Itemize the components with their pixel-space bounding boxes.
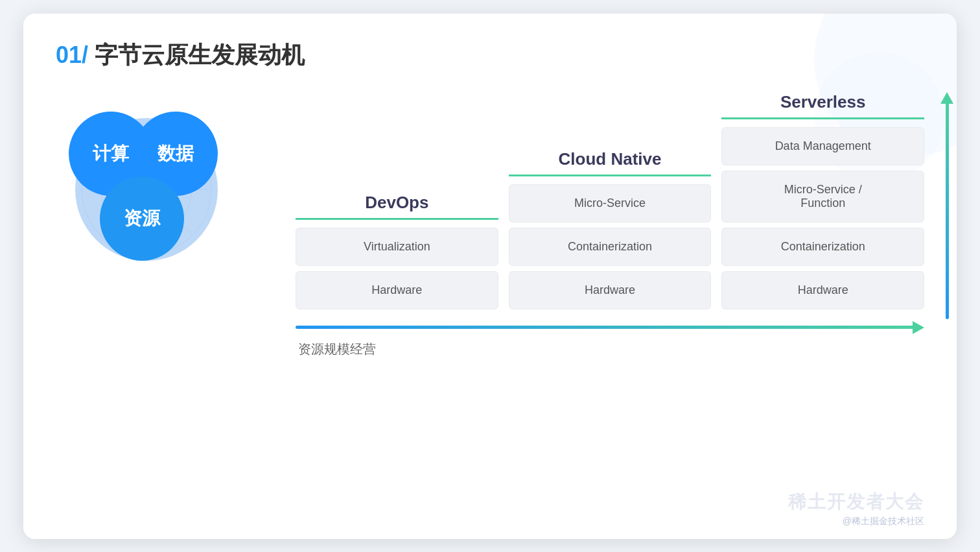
cell-devops-hardware: Hardware [296, 271, 498, 309]
h-arrow-container [296, 321, 924, 334]
v-arrow-line [946, 104, 949, 319]
col-header-cloudnative: Cloud Native [509, 149, 712, 176]
circle-ziyuan: 资源 [100, 176, 184, 261]
col-serverless: Serverless Data Management Micro-Service… [721, 92, 924, 309]
content-area: 服务 计算 数据 资源 DevOps Virtualization [56, 92, 924, 514]
watermark: 稀土开发者大会 @稀土掘金技术社区 [788, 490, 924, 527]
title-num: 01/ [56, 42, 88, 68]
watermark-sub: @稀土掘金技术社区 [788, 516, 924, 527]
h-arrow-head [913, 321, 924, 334]
col-header-devops: DevOps [296, 193, 498, 220]
cell-sl-datamanagement: Data Management [721, 127, 924, 165]
cell-sl-containerization: Containerization [721, 228, 924, 266]
col-header-serverless: Serverless [721, 92, 924, 119]
col-devops: DevOps Virtualization Hardware [296, 193, 498, 309]
table-section: DevOps Virtualization Hardware Cloud Nat… [296, 92, 924, 358]
cell-sl-microservice-function: Micro-Service /Function [721, 171, 924, 222]
watermark-title: 稀土开发者大会 [788, 490, 924, 514]
venn-container: 服务 计算 数据 资源 [56, 99, 276, 436]
cell-sl-hardware: Hardware [721, 271, 924, 309]
v-arrow-head [940, 92, 953, 104]
cell-cn-hardware: Hardware [509, 271, 712, 309]
cell-cn-microservice: Micro-Service [509, 184, 712, 222]
v-arrow-container [940, 92, 953, 319]
cell-devops-virtualization: Virtualization [296, 228, 498, 266]
cell-cn-containerization: Containerization [509, 228, 712, 266]
page-title: 01/ 字节云原生发展动机 [56, 40, 924, 71]
col-cloudnative: Cloud Native Micro-Service Containerizat… [509, 149, 712, 309]
h-arrow-line [296, 326, 913, 329]
h-arrow-label: 资源规模经营 [296, 341, 924, 358]
slide: 01/ 字节云原生发展动机 [23, 14, 957, 539]
columns-wrapper: DevOps Virtualization Hardware Cloud Nat… [296, 92, 924, 309]
title-text: 字节云原生发展动机 [95, 42, 305, 68]
